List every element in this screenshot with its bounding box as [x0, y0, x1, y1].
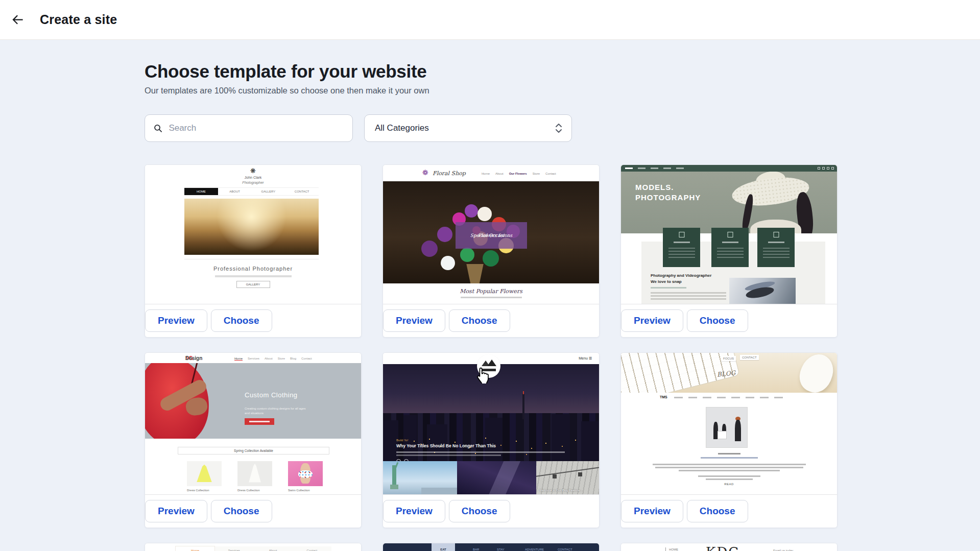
- mini-kicker: Build Yo!: [396, 439, 408, 442]
- mini-site-subtext: and situations: [245, 412, 264, 415]
- sub-heading: Our templates are 100% customizable so c…: [145, 86, 838, 95]
- preview-button[interactable]: Preview: [145, 500, 207, 522]
- product-tile: [288, 461, 323, 486]
- template-thumbnail: HOME ABOUT KDC Email us today: [621, 543, 837, 551]
- preview-button[interactable]: Preview: [145, 309, 207, 332]
- preview-button[interactable]: Preview: [621, 500, 683, 522]
- template-card-partial: Home Services About Contact: [145, 543, 362, 551]
- mini-nav-item: GALLERY: [252, 188, 285, 195]
- yellow-dress: [196, 464, 212, 484]
- statue-of-liberty-photo: [383, 461, 457, 494]
- text-bar: [655, 467, 803, 468]
- preview-button[interactable]: Preview: [621, 309, 683, 332]
- feature-card: [711, 228, 749, 267]
- choose-button[interactable]: Choose: [211, 309, 272, 332]
- card-actions: Preview Choose: [621, 494, 837, 528]
- template-card-sg-design: SG Design Home Services About Store Blog…: [145, 352, 362, 528]
- vase: [464, 264, 486, 283]
- mini-nav-item: BAR: [473, 548, 479, 551]
- divider: [665, 547, 666, 551]
- top-bar: Create a site: [0, 0, 980, 40]
- mini-nav-item: STAY: [497, 548, 505, 551]
- back-arrow-icon: [11, 13, 25, 27]
- chevron-up-down-icon: [554, 123, 563, 134]
- night-sky-photo: [457, 461, 536, 494]
- template-card-travel-blog: Menu ☰ Build Yo!: [383, 352, 600, 528]
- hero-photo: MODELS. PHOTOGRAPHY: [621, 172, 837, 233]
- category-value: All Categories: [375, 123, 429, 133]
- text-bar: [215, 275, 292, 277]
- mini-nav-items: [674, 397, 783, 398]
- mini-nav-item: HOME: [184, 188, 218, 195]
- mini-nav-item: CONTACT: [285, 188, 319, 195]
- hero-photo: Custom Clothing Creating custom clothing…: [145, 363, 361, 439]
- text-bar: [698, 475, 760, 477]
- category-dropdown[interactable]: All Categories: [364, 114, 572, 142]
- mouse: [794, 353, 837, 393]
- mini-nav-item: Contact: [545, 172, 556, 175]
- filter-controls: All Categories: [145, 114, 838, 142]
- mini-site-brand: Floral Shop: [433, 170, 466, 177]
- product-label: Swim Collection: [288, 489, 323, 492]
- mini-section-heading: Most Popular Flowers: [383, 288, 599, 295]
- template-grid: ❋ John Clark Photographer HOME ABOUT GAL…: [145, 164, 838, 551]
- feature-card: [757, 228, 795, 267]
- template-card-photographer: ❋ John Clark Photographer HOME ABOUT GAL…: [145, 164, 362, 338]
- mini-site-subtext: Creating custom clothing designs for all…: [245, 407, 305, 410]
- page-title: Create a site: [40, 12, 117, 27]
- keyboard-desk-photo: FOCUS CONTACT BLOG: [621, 353, 837, 393]
- text-bar: [653, 464, 806, 465]
- template-thumbnail: Home Services About Contact: [145, 543, 361, 551]
- preview-button[interactable]: Preview: [383, 500, 445, 522]
- product-label: Dress Collection: [187, 489, 222, 492]
- mini-nav: HOME ABOUT GALLERY CONTACT: [184, 187, 319, 196]
- template-card-models-photography: MODELS. PHOTOGRAPHY Photography and Vide…: [620, 164, 838, 338]
- back-button[interactable]: [7, 10, 28, 30]
- mini-nav-item-active: EAT: [432, 543, 455, 551]
- mini-nav: Home Services About Store Blog Contact: [234, 357, 312, 361]
- mini-nav-item: About: [265, 357, 273, 361]
- search-icon: [153, 123, 162, 133]
- preview-button[interactable]: Preview: [383, 309, 445, 332]
- mini-nav-item: Contact: [301, 357, 312, 361]
- template-card-partial: EAT BAR STAY ADVENTURE CONTACT: [383, 543, 600, 551]
- menu-label: Menu ☰: [579, 356, 592, 361]
- choose-button[interactable]: Choose: [211, 500, 272, 522]
- template-thumbnail: FOCUS CONTACT BLOG TMS: [621, 353, 837, 494]
- mini-cta-button: GALLERY: [236, 281, 270, 288]
- flower-icon: ❁: [422, 169, 428, 177]
- template-thumbnail: SG Design Home Services About Store Blog…: [145, 353, 361, 494]
- mini-nav-item: Services: [214, 546, 253, 551]
- skyscraper-spire: [522, 394, 524, 419]
- choose-button[interactable]: Choose: [449, 309, 510, 332]
- mini-nav-item: About: [495, 172, 504, 175]
- mini-site-tagline: Photographer: [145, 181, 361, 184]
- text-bar: [651, 287, 686, 289]
- text-bar: [679, 470, 780, 471]
- mini-nav: Home Services About Contact: [176, 546, 331, 551]
- mini-nav-item: About: [254, 546, 293, 551]
- mini-site-brand: John Clark: [145, 176, 361, 179]
- mini-cta-button: [245, 418, 274, 425]
- mini-section-heading: We love to snap: [651, 279, 682, 284]
- choose-button[interactable]: Choose: [687, 309, 748, 332]
- search-input[interactable]: [169, 123, 344, 133]
- doc-icon: [679, 232, 684, 237]
- mini-nav-item: HOME: [669, 548, 678, 551]
- mini-site-brand: KDC: [706, 544, 739, 551]
- text-bar: [651, 292, 726, 294]
- choose-button[interactable]: Choose: [449, 500, 510, 522]
- mini-nav-item: Store: [278, 357, 285, 361]
- page-head: Choose template for your website Our tem…: [145, 40, 838, 95]
- text-bar: [651, 295, 726, 297]
- card-actions: Preview Choose: [621, 304, 837, 337]
- search-box[interactable]: [145, 114, 353, 142]
- choose-button[interactable]: Choose: [687, 500, 748, 522]
- template-card-floral-shop: ❁ Floral Shop Home About Our Flowers Sto…: [383, 164, 600, 338]
- product-tile: [187, 461, 222, 486]
- text-bar: [701, 457, 758, 459]
- mini-nav-item: Blog: [290, 357, 296, 361]
- template-thumbnail: Menu ☰ Build Yo!: [383, 353, 599, 494]
- ski-lift-photo: Welcome to Our Blog Feature...: [536, 461, 599, 494]
- mini-nav-item: Home: [234, 357, 243, 361]
